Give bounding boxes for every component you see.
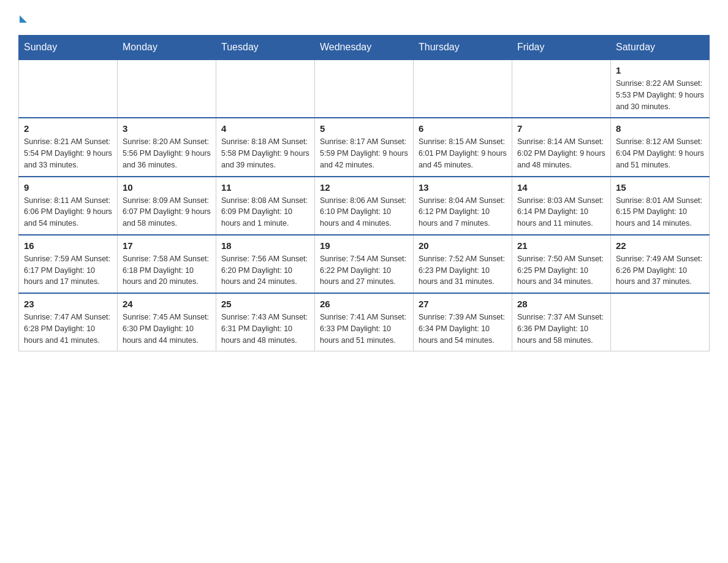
day-number: 27 bbox=[419, 299, 507, 309]
day-info: Sunrise: 8:06 AM Sunset: 6:10 PM Dayligh… bbox=[320, 195, 408, 229]
calendar-cell: 7Sunrise: 8:14 AM Sunset: 6:02 PM Daylig… bbox=[512, 118, 611, 176]
day-number: 13 bbox=[419, 182, 507, 193]
day-info: Sunrise: 7:43 AM Sunset: 6:31 PM Dayligh… bbox=[221, 312, 309, 346]
calendar-cell bbox=[216, 59, 315, 118]
calendar-cell bbox=[315, 59, 414, 118]
day-info: Sunrise: 7:59 AM Sunset: 6:17 PM Dayligh… bbox=[24, 253, 112, 288]
day-number: 25 bbox=[221, 299, 309, 309]
calendar-cell bbox=[414, 59, 512, 118]
day-number: 3 bbox=[123, 123, 211, 134]
day-info: Sunrise: 7:52 AM Sunset: 6:23 PM Dayligh… bbox=[419, 253, 507, 288]
day-info: Sunrise: 8:04 AM Sunset: 6:12 PM Dayligh… bbox=[419, 195, 507, 229]
day-number: 20 bbox=[419, 240, 507, 251]
week-row-5: 23Sunrise: 7:47 AM Sunset: 6:28 PM Dayli… bbox=[19, 293, 710, 351]
day-number: 12 bbox=[320, 182, 408, 193]
day-info: Sunrise: 8:18 AM Sunset: 5:58 PM Dayligh… bbox=[221, 136, 309, 170]
day-number: 22 bbox=[616, 240, 704, 251]
day-number: 17 bbox=[123, 240, 211, 251]
day-info: Sunrise: 7:56 AM Sunset: 6:20 PM Dayligh… bbox=[221, 253, 309, 288]
day-info: Sunrise: 7:39 AM Sunset: 6:34 PM Dayligh… bbox=[419, 312, 507, 346]
day-info: Sunrise: 8:12 AM Sunset: 6:04 PM Dayligh… bbox=[616, 136, 704, 170]
day-info: Sunrise: 8:17 AM Sunset: 5:59 PM Dayligh… bbox=[320, 136, 408, 170]
day-number: 16 bbox=[24, 240, 112, 251]
calendar-cell: 9Sunrise: 8:11 AM Sunset: 6:06 PM Daylig… bbox=[19, 177, 118, 235]
page-header bbox=[18, 12, 710, 23]
day-info: Sunrise: 8:14 AM Sunset: 6:02 PM Dayligh… bbox=[517, 136, 605, 170]
calendar-cell: 26Sunrise: 7:41 AM Sunset: 6:33 PM Dayli… bbox=[315, 293, 414, 351]
week-row-4: 16Sunrise: 7:59 AM Sunset: 6:17 PM Dayli… bbox=[19, 235, 710, 293]
day-number: 21 bbox=[517, 240, 605, 251]
calendar-cell bbox=[512, 59, 611, 118]
day-number: 24 bbox=[123, 299, 211, 309]
day-number: 5 bbox=[320, 123, 408, 134]
calendar-cell: 16Sunrise: 7:59 AM Sunset: 6:17 PM Dayli… bbox=[19, 235, 118, 293]
calendar-cell: 20Sunrise: 7:52 AM Sunset: 6:23 PM Dayli… bbox=[414, 235, 512, 293]
day-info: Sunrise: 8:01 AM Sunset: 6:15 PM Dayligh… bbox=[616, 195, 704, 229]
calendar-cell: 18Sunrise: 7:56 AM Sunset: 6:20 PM Dayli… bbox=[216, 235, 315, 293]
calendar-cell: 23Sunrise: 7:47 AM Sunset: 6:28 PM Dayli… bbox=[19, 293, 118, 351]
day-number: 18 bbox=[221, 240, 309, 251]
calendar-cell: 15Sunrise: 8:01 AM Sunset: 6:15 PM Dayli… bbox=[611, 177, 710, 235]
logo bbox=[18, 12, 27, 23]
day-number: 26 bbox=[320, 299, 408, 309]
week-row-2: 2Sunrise: 8:21 AM Sunset: 5:54 PM Daylig… bbox=[19, 118, 710, 176]
calendar-cell: 27Sunrise: 7:39 AM Sunset: 6:34 PM Dayli… bbox=[414, 293, 512, 351]
day-number: 7 bbox=[517, 123, 605, 134]
calendar-cell: 2Sunrise: 8:21 AM Sunset: 5:54 PM Daylig… bbox=[19, 118, 118, 176]
day-info: Sunrise: 7:45 AM Sunset: 6:30 PM Dayligh… bbox=[123, 312, 211, 346]
day-info: Sunrise: 8:22 AM Sunset: 5:53 PM Dayligh… bbox=[616, 78, 704, 112]
calendar-table: SundayMondayTuesdayWednesdayThursdayFrid… bbox=[18, 35, 710, 351]
day-info: Sunrise: 7:50 AM Sunset: 6:25 PM Dayligh… bbox=[517, 253, 605, 288]
day-info: Sunrise: 8:11 AM Sunset: 6:06 PM Dayligh… bbox=[24, 195, 112, 229]
day-info: Sunrise: 7:41 AM Sunset: 6:33 PM Dayligh… bbox=[320, 312, 408, 346]
day-info: Sunrise: 7:58 AM Sunset: 6:18 PM Dayligh… bbox=[123, 253, 211, 288]
day-number: 14 bbox=[517, 182, 605, 193]
week-row-1: 1Sunrise: 8:22 AM Sunset: 5:53 PM Daylig… bbox=[19, 59, 710, 118]
calendar-cell: 28Sunrise: 7:37 AM Sunset: 6:36 PM Dayli… bbox=[512, 293, 611, 351]
day-number: 1 bbox=[616, 65, 704, 75]
day-info: Sunrise: 7:49 AM Sunset: 6:26 PM Dayligh… bbox=[616, 253, 704, 288]
day-number: 2 bbox=[24, 123, 112, 134]
day-number: 28 bbox=[517, 299, 605, 309]
day-number: 23 bbox=[24, 299, 112, 309]
day-header-monday: Monday bbox=[118, 36, 216, 60]
day-header-sunday: Sunday bbox=[19, 36, 118, 60]
day-number: 4 bbox=[221, 123, 309, 134]
day-header-thursday: Thursday bbox=[414, 36, 512, 60]
day-header-friday: Friday bbox=[512, 36, 611, 60]
calendar-cell: 22Sunrise: 7:49 AM Sunset: 6:26 PM Dayli… bbox=[611, 235, 710, 293]
day-info: Sunrise: 7:47 AM Sunset: 6:28 PM Dayligh… bbox=[24, 312, 112, 346]
calendar-cell: 10Sunrise: 8:09 AM Sunset: 6:07 PM Dayli… bbox=[118, 177, 216, 235]
day-number: 15 bbox=[616, 182, 704, 193]
calendar-cell: 3Sunrise: 8:20 AM Sunset: 5:56 PM Daylig… bbox=[118, 118, 216, 176]
day-number: 9 bbox=[24, 182, 112, 193]
calendar-cell: 4Sunrise: 8:18 AM Sunset: 5:58 PM Daylig… bbox=[216, 118, 315, 176]
day-info: Sunrise: 8:03 AM Sunset: 6:14 PM Dayligh… bbox=[517, 195, 605, 229]
calendar-cell: 17Sunrise: 7:58 AM Sunset: 6:18 PM Dayli… bbox=[118, 235, 216, 293]
day-header-wednesday: Wednesday bbox=[315, 36, 414, 60]
day-info: Sunrise: 8:09 AM Sunset: 6:07 PM Dayligh… bbox=[123, 195, 211, 229]
calendar-cell: 13Sunrise: 8:04 AM Sunset: 6:12 PM Dayli… bbox=[414, 177, 512, 235]
calendar-cell: 19Sunrise: 7:54 AM Sunset: 6:22 PM Dayli… bbox=[315, 235, 414, 293]
day-header-tuesday: Tuesday bbox=[216, 36, 315, 60]
day-info: Sunrise: 8:21 AM Sunset: 5:54 PM Dayligh… bbox=[24, 136, 112, 170]
day-number: 6 bbox=[419, 123, 507, 134]
day-info: Sunrise: 7:54 AM Sunset: 6:22 PM Dayligh… bbox=[320, 253, 408, 288]
calendar-cell: 6Sunrise: 8:15 AM Sunset: 6:01 PM Daylig… bbox=[414, 118, 512, 176]
day-number: 11 bbox=[221, 182, 309, 193]
day-number: 10 bbox=[123, 182, 211, 193]
day-info: Sunrise: 8:15 AM Sunset: 6:01 PM Dayligh… bbox=[419, 136, 507, 170]
calendar-cell bbox=[19, 59, 118, 118]
day-header-saturday: Saturday bbox=[611, 36, 710, 60]
day-info: Sunrise: 8:08 AM Sunset: 6:09 PM Dayligh… bbox=[221, 195, 309, 229]
calendar-cell: 8Sunrise: 8:12 AM Sunset: 6:04 PM Daylig… bbox=[611, 118, 710, 176]
calendar-cell bbox=[611, 293, 710, 351]
calendar-cell: 12Sunrise: 8:06 AM Sunset: 6:10 PM Dayli… bbox=[315, 177, 414, 235]
day-number: 8 bbox=[616, 123, 704, 134]
calendar-header-row: SundayMondayTuesdayWednesdayThursdayFrid… bbox=[19, 36, 710, 60]
calendar-cell: 1Sunrise: 8:22 AM Sunset: 5:53 PM Daylig… bbox=[611, 59, 710, 118]
calendar-cell: 21Sunrise: 7:50 AM Sunset: 6:25 PM Dayli… bbox=[512, 235, 611, 293]
calendar-cell: 11Sunrise: 8:08 AM Sunset: 6:09 PM Dayli… bbox=[216, 177, 315, 235]
calendar-cell: 25Sunrise: 7:43 AM Sunset: 6:31 PM Dayli… bbox=[216, 293, 315, 351]
day-info: Sunrise: 8:20 AM Sunset: 5:56 PM Dayligh… bbox=[123, 136, 211, 170]
